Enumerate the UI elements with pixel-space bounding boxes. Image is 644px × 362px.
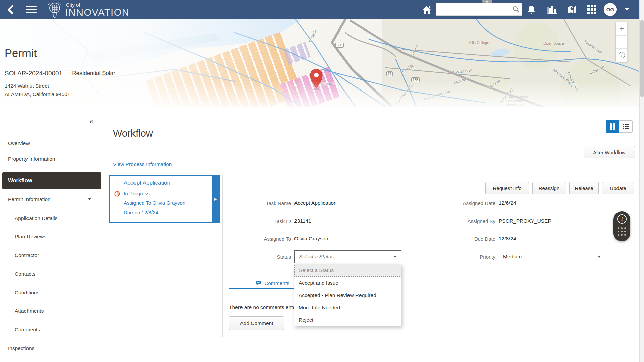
- alter-workflow-button[interactable]: Alter Workflow: [584, 146, 635, 158]
- update-button[interactable]: Update: [602, 182, 634, 194]
- map-icon[interactable]: [565, 0, 580, 19]
- divider: [67, 70, 67, 77]
- list-view-icon: [623, 124, 629, 130]
- sidebar-item-comments[interactable]: Comments: [15, 325, 40, 334]
- no-comments-text: There are no comments entered.: [229, 304, 305, 310]
- home-icon[interactable]: [419, 0, 434, 19]
- assigned-by-label: Assigned By: [428, 218, 495, 224]
- status-dropdown: Select a Status Accept and Issue Accepte…: [294, 264, 401, 326]
- task-id-label: Task ID: [224, 218, 291, 224]
- sidebar-item-application-details[interactable]: Application Details: [15, 214, 58, 223]
- priority-label: Priority: [428, 254, 495, 260]
- permit-address-street: 1424 Walnut Street: [5, 83, 49, 89]
- search-input[interactable]: [436, 3, 513, 15]
- due-date-label: Due Date: [428, 236, 495, 242]
- clock-icon: [114, 191, 120, 197]
- sidebar-collapse-icon[interactable]: «: [89, 117, 93, 126]
- status-option-reject[interactable]: Reject: [294, 314, 401, 326]
- app-window: City of INNOVATION ? OG: [0, 0, 644, 362]
- top-navbar: City of INNOVATION ? OG: [0, 0, 644, 19]
- avatar-caret-icon[interactable]: [621, 0, 633, 19]
- task-card[interactable]: Accept Application In Progress Assigned …: [109, 175, 220, 223]
- tab-comments[interactable]: Comments: [256, 280, 289, 286]
- back-icon[interactable]: [4, 0, 17, 19]
- search-box: [436, 3, 522, 16]
- map-info-button[interactable]: i: [616, 49, 627, 62]
- keypad-dots-icon[interactable]: [618, 227, 627, 236]
- status-option-placeholder[interactable]: Select a Status: [294, 264, 401, 277]
- map-zoom-in-button[interactable]: +: [616, 22, 627, 36]
- map-banner[interactable]: Mills CollegeOpen SpaceSkyline Blvd88077…: [0, 19, 644, 107]
- sidebar-item-contractor[interactable]: Contractor: [15, 251, 39, 260]
- priority-select[interactable]: Medium: [499, 250, 605, 263]
- list-view-button[interactable]: [619, 120, 633, 133]
- scrollbar-thumb[interactable]: [640, 20, 644, 97]
- search-icon[interactable]: [513, 6, 519, 13]
- lightbulb-logo-icon: [46, 1, 64, 19]
- brand-innovation: INNOVATION: [65, 7, 129, 18]
- section-title: Workflow: [113, 128, 153, 139]
- sidebar-divider: [104, 107, 104, 362]
- apps-grid-icon[interactable]: [584, 0, 599, 19]
- sidebar-item-plan-reviews[interactable]: Plan Reviews: [15, 232, 46, 241]
- sidebar-item-permit-information[interactable]: Permit Information: [8, 195, 51, 204]
- status-select[interactable]: Select a Status: [294, 250, 401, 263]
- chevron-down-icon[interactable]: [88, 198, 91, 200]
- card-view-icon: [610, 123, 615, 130]
- reassign-button[interactable]: Reassign: [532, 182, 566, 194]
- due-date-value: 12/8/24: [499, 236, 516, 242]
- release-button[interactable]: Release: [569, 182, 599, 194]
- permit-header: Permit SOLAR-2024-00001 Residential Sola…: [5, 47, 37, 60]
- assigned-by-value: PSCR_PROXY_USER: [499, 218, 552, 224]
- sidebar-item-workflow[interactable]: Workflow: [2, 172, 101, 189]
- card-view-button[interactable]: [606, 120, 619, 133]
- task-name-label: Task Name: [224, 200, 291, 206]
- map-fade-bottom-overlay: [0, 19, 644, 107]
- avatar[interactable]: OG: [604, 3, 617, 16]
- permit-type: Residential Solar: [72, 70, 115, 77]
- comments-bubble-icon: [256, 281, 262, 286]
- view-toggle: [606, 120, 633, 133]
- task-card-status: In Progress: [124, 191, 150, 196]
- task-card-due: Due on 12/8/24: [124, 209, 158, 215]
- chevron-down-icon: [393, 256, 397, 258]
- priority-select-value: Medium: [503, 254, 522, 260]
- status-option-accept-and-issue[interactable]: Accept and Issue: [294, 277, 401, 289]
- task-card-title: Accept Application: [124, 180, 170, 186]
- status-option-more-info-needed[interactable]: More Info Needed: [294, 301, 401, 314]
- sidebar-item-inspections[interactable]: Inspections: [8, 344, 34, 353]
- assigned-date-value: 12/6/24: [499, 200, 516, 206]
- sidebar-item-label: Permit Information: [8, 196, 51, 202]
- status-label: Status: [224, 254, 291, 260]
- status-option-accepted-plan-review-required[interactable]: Accepted - Plan Review Required: [294, 289, 401, 301]
- assigned-to-label: Assigned To: [224, 236, 291, 242]
- page-title: Permit: [5, 47, 37, 60]
- sidebar-item-overview[interactable]: Overview: [8, 139, 30, 148]
- task-card-expand-stripe[interactable]: ▶: [212, 176, 219, 222]
- chevron-down-icon: [598, 256, 601, 258]
- floating-widget[interactable]: i: [613, 211, 630, 241]
- hamburger-menu-icon[interactable]: [23, 0, 39, 19]
- map-zoom-out-button[interactable]: −: [616, 36, 627, 49]
- request-info-button[interactable]: Request Info: [485, 182, 529, 194]
- page-scrollbar[interactable]: [639, 0, 644, 362]
- sidebar-item-contacts[interactable]: Contacts: [15, 269, 35, 278]
- task-id-value: 231141: [294, 218, 311, 224]
- permit-address-city: ALAMEDA, California 94501: [5, 91, 70, 97]
- sidebar-item-conditions[interactable]: Conditions: [15, 288, 39, 297]
- tab-comments-label: Comments: [264, 280, 289, 286]
- view-process-information-link[interactable]: View Process Information: [113, 161, 172, 167]
- task-name-value: Accept Application: [294, 200, 337, 206]
- assigned-date-label: Assigned Date: [428, 200, 495, 206]
- info-icon[interactable]: i: [617, 214, 627, 224]
- notifications-bell-icon[interactable]: [524, 0, 539, 19]
- permit-number: SOLAR-2024-00001: [5, 70, 62, 77]
- reports-chart-icon[interactable]: [545, 0, 559, 19]
- assigned-to-value: Olivia Grayson: [294, 236, 328, 242]
- avatar-initials: OG: [606, 7, 614, 12]
- task-card-assigned: Assigned To Olivia Grayson: [124, 200, 185, 206]
- sidebar-item-attachments[interactable]: Attachments: [15, 307, 44, 315]
- status-select-value: Select a Status: [299, 254, 334, 260]
- sidebar-item-property-information[interactable]: Property Information: [8, 155, 55, 163]
- add-comment-button[interactable]: Add Comment: [229, 316, 284, 330]
